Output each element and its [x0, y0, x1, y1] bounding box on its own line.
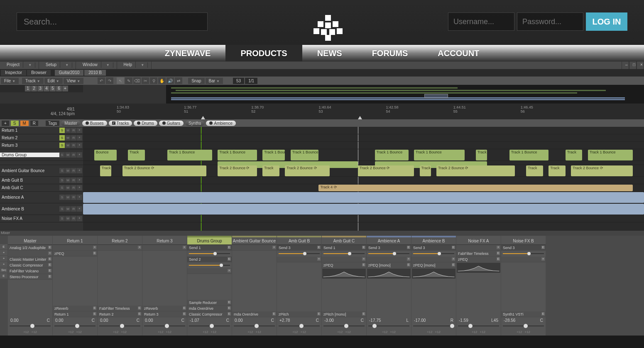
filter-master[interactable]: Master	[61, 121, 81, 126]
eq-curve[interactable]	[412, 269, 455, 279]
track-lane[interactable]: BounceTrackTrack 1 BounceTrack 1 BounceT…	[83, 149, 644, 161]
cut-icon[interactable]: ✂	[142, 77, 149, 84]
tab-inspector[interactable]: Inspector	[1, 70, 26, 76]
track-header[interactable]: Return 1SMR⚬	[0, 127, 83, 134]
clip[interactable]: Track 2 Bounce ⟳	[218, 165, 257, 176]
track-lanes[interactable]: BounceTrackTrack 1 BounceTrack 1 BounceT…	[83, 127, 644, 231]
send-slot[interactable]: Send 3E	[501, 245, 546, 251]
fx-slot[interactable]: Sample ReducerE	[187, 300, 232, 306]
pan-slider[interactable]	[413, 323, 454, 328]
rec-icon[interactable]: R	[30, 121, 38, 126]
clip[interactable]: Track 1 Bounce	[262, 150, 285, 160]
clip[interactable]: Track 1 Bounce	[588, 150, 633, 160]
close-icon[interactable]: ×	[637, 62, 644, 69]
page-1[interactable]: 1	[25, 86, 31, 91]
pan-slider[interactable]	[323, 323, 365, 328]
clip[interactable]	[83, 204, 644, 215]
pan-slider[interactable]	[189, 323, 230, 328]
snap-unit[interactable]: Bar▼	[206, 78, 223, 84]
track-header[interactable]: Ambient Guitar BounceSMR⚬	[0, 165, 83, 177]
filter-tracks[interactable]: ✓Tracks	[109, 121, 132, 126]
insert-slot[interactable]: +	[8, 251, 52, 257]
track-menu[interactable]: Track▼	[22, 78, 44, 84]
clip[interactable]: Track 1 Bounce	[375, 150, 409, 160]
menu-window[interactable]: Window▼	[76, 62, 117, 69]
insert-slot[interactable]: Classic CompressorE	[8, 262, 52, 268]
link-icon[interactable]: ⇄	[175, 77, 182, 84]
insert-slot[interactable]: zPEQE	[322, 262, 366, 268]
snap-toggle[interactable]: Snap	[188, 78, 204, 84]
track-header[interactable]: Ambience ASMR⚬	[0, 192, 83, 203]
clip[interactable]: Track 1 Bounce	[218, 150, 257, 160]
page-3[interactable]: 3	[37, 86, 43, 91]
clip[interactable]: Track 2 Bounce ⟳	[436, 165, 515, 176]
page-6[interactable]: 6	[56, 86, 62, 91]
file-menu[interactable]: File▼	[1, 78, 19, 84]
mixer-channel[interactable]: Return 2+FabFilter TimelessEReturn 2E0.0…	[98, 236, 142, 336]
timeline-ruler[interactable]: 49|14/4, 124 bpm 1:34.83501:36.77511:38.…	[0, 104, 644, 119]
page-add[interactable]: +	[62, 86, 68, 91]
insert-slot[interactable]: +	[322, 257, 366, 262]
login-button[interactable]: LOG IN	[586, 12, 627, 31]
mixer-side-button[interactable]: E	[0, 244, 7, 249]
track-lane[interactable]	[83, 127, 644, 134]
send-slot[interactable]: Send 1E	[322, 245, 366, 251]
fx-slot[interactable]: Classic CompressorE	[187, 311, 232, 317]
clip[interactable]: Track 2 Bounce ⟳	[358, 165, 414, 176]
mixer-side-button[interactable]: +	[0, 250, 7, 255]
nav-zynewave[interactable]: ZYNEWAVE	[150, 45, 226, 62]
send-slot[interactable]: Send 1E	[187, 245, 232, 251]
filter-guitars[interactable]: Guitars	[159, 121, 184, 126]
send-slot[interactable]: Send 2E	[187, 257, 232, 262]
track-header[interactable]: Amb Guit CSMR⚬	[0, 184, 83, 192]
insert-slot[interactable]: +	[277, 257, 321, 262]
pencil-icon[interactable]: ✎	[125, 77, 132, 84]
mixer-channel[interactable]: Ambient Guitar Bounce+mda OverdriveE0.00…	[232, 236, 277, 336]
fx-slot[interactable]: mda OverdriveE	[232, 311, 277, 317]
pan-slider[interactable]	[99, 323, 140, 328]
nav-forums[interactable]: FORUMS	[357, 45, 423, 62]
fx-slot[interactable]: zReverbE	[142, 306, 187, 311]
clip[interactable]	[83, 192, 644, 203]
clip[interactable]: Track 1 Bounce	[414, 150, 465, 160]
track-header[interactable]: Drums GroupSMR⚬	[0, 149, 83, 161]
insert-slot[interactable]: +	[187, 268, 232, 274]
mixer-channel[interactable]: Amb Guit BSend 3E+zPitchE+2.78C+12+12	[277, 236, 321, 336]
menu-help[interactable]: Help▼	[117, 62, 152, 69]
clip[interactable]: Track	[526, 165, 543, 176]
mixer-side-button[interactable]: +	[0, 256, 7, 261]
fx-slot[interactable]: zPitchE	[277, 311, 321, 317]
hand-icon[interactable]: ✋	[158, 77, 166, 84]
insert-slot[interactable]: +	[232, 245, 277, 251]
fx-slot[interactable]: Return 2E	[98, 311, 142, 317]
insert-slot[interactable]: FabFilter VolcanoE	[8, 268, 52, 274]
send-slot[interactable]: Send 3E	[367, 245, 411, 251]
clip[interactable]: Track	[100, 165, 111, 176]
zoom-icon[interactable]: ⚲	[150, 77, 157, 84]
insert-slot[interactable]: +	[411, 257, 456, 262]
insert-slot[interactable]: zPEQE	[456, 257, 501, 262]
clip[interactable]: Track 4 ⟳	[318, 185, 633, 191]
fx-slot[interactable]: zPitch [mono]E	[322, 311, 366, 317]
filter-synths[interactable]: Synths	[185, 121, 205, 126]
insert-slot[interactable]: +	[142, 245, 187, 251]
view-menu[interactable]: View▼	[64, 78, 83, 84]
send-slot[interactable]: Send 3E	[277, 245, 321, 251]
mixer-channel[interactable]: Noise FX BSend 3E+Synth1 VSTiE-28.56C+12…	[501, 236, 546, 336]
insert-slot[interactable]: +	[53, 245, 97, 251]
page-4[interactable]: 4	[44, 86, 49, 91]
mixer-channel[interactable]: Ambience ASend 3E+zPEQ [mono]E-17.75L+12…	[367, 236, 411, 336]
eq-curve[interactable]	[457, 263, 500, 273]
track-lane[interactable]	[83, 203, 644, 215]
maximize-icon[interactable]: □	[629, 62, 637, 69]
signature-field[interactable]: 1/1	[245, 78, 257, 84]
insert-slot[interactable]: +	[501, 257, 546, 262]
tab-browser[interactable]: Browser	[27, 70, 51, 76]
clip[interactable]: Track 1 Bounce	[167, 150, 212, 160]
insert-slot[interactable]: +	[367, 257, 411, 262]
speaker-icon[interactable]: 🔊	[167, 77, 174, 84]
mixer-channel[interactable]: MasterAnalog 1/2 AudiophileE+Classic Mas…	[8, 236, 52, 336]
insert-slot[interactable]: Stereo ProcessorE	[8, 274, 52, 280]
clip[interactable]: Track	[476, 150, 487, 160]
eq-curve[interactable]	[322, 269, 366, 279]
